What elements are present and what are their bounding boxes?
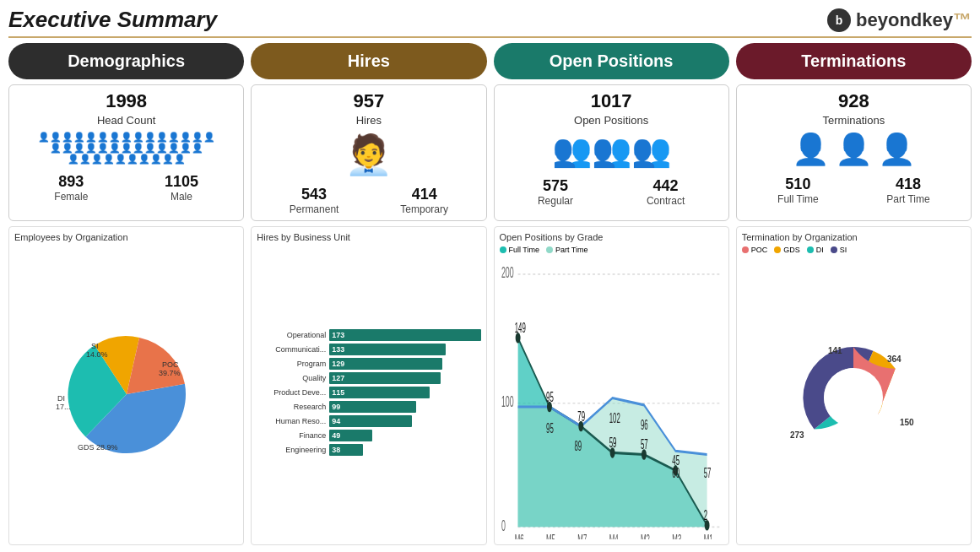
svg-text:M2: M2	[641, 532, 650, 539]
svg-text:102: 102	[609, 409, 620, 425]
chart-hires-bu: Hires by Business Unit Operational173Com…	[251, 226, 486, 545]
bar-fill: 94	[329, 415, 411, 427]
chart-term-org-title: Termination by Organization	[742, 232, 966, 242]
bar-row: Research99	[257, 401, 480, 413]
chart-term-org: Termination by Organization POC GDS DI S…	[736, 226, 972, 545]
legend-di: DI	[807, 246, 824, 254]
svg-text:95: 95	[546, 388, 554, 404]
svg-text:GDS 28.9%: GDS 28.9%	[78, 443, 118, 452]
bar-label: Program	[257, 360, 326, 368]
pill-hires[interactable]: Hires	[251, 43, 486, 79]
svg-text:273: 273	[790, 430, 804, 440]
bar-fill: 127	[329, 372, 441, 384]
bar-label: Human Reso...	[257, 417, 326, 425]
bar-fill: 173	[329, 329, 480, 341]
svg-text:DI: DI	[57, 394, 65, 403]
svg-text:89: 89	[574, 438, 582, 454]
bar-value: 127	[329, 374, 344, 382]
logo-text: beyondkey™	[856, 9, 972, 31]
bar-label: Finance	[257, 431, 326, 440]
demographics-main-num: 1998	[106, 90, 147, 112]
bar-track: 94	[329, 415, 480, 427]
svg-text:57: 57	[703, 464, 711, 480]
bar-label: Product Deve...	[257, 388, 326, 397]
bar-fill: 129	[329, 358, 442, 370]
term-main-label: Terminations	[823, 114, 885, 127]
metric-hires: 957 Hires 🧑‍💼 543 Permanent 414 Temporar…	[251, 84, 486, 221]
legend-poc: POC	[742, 246, 768, 254]
pie-chart-employees: POC 39.7% GDS 28.9% DI 17... SI 14.0%	[14, 246, 238, 539]
term-sub: 510 Full Time 418 Part Time	[744, 176, 964, 205]
logo-icon: b	[827, 8, 851, 32]
metric-open-positions: 1017 Open Positions 👥👥👥 575 Regular 442 …	[494, 84, 729, 221]
svg-text:59: 59	[609, 435, 616, 451]
bar-track: 127	[329, 372, 480, 384]
bar-fill: 133	[329, 344, 446, 355]
bar-value: 99	[329, 403, 340, 411]
bar-track: 129	[329, 358, 480, 370]
chart-hires-bu-title: Hires by Business Unit	[257, 232, 480, 242]
bar-value: 173	[329, 331, 344, 339]
bar-row: Human Reso...94	[257, 415, 480, 427]
bar-value: 94	[329, 417, 340, 425]
svg-text:2: 2	[703, 507, 707, 523]
svg-text:60: 60	[672, 464, 680, 480]
bar-chart-hires: Operational173Communicati...133Program12…	[257, 246, 480, 539]
svg-text:150: 150	[900, 418, 914, 427]
svg-text:M4: M4	[609, 532, 618, 539]
bar-track: 38	[329, 444, 480, 456]
bar-value: 49	[329, 431, 340, 440]
svg-text:364: 364	[887, 354, 901, 364]
svg-text:M1: M1	[703, 532, 712, 539]
page-title: Executive Summary	[8, 7, 217, 33]
bar-track: 49	[329, 430, 480, 441]
line-chart-area: 200 100 0	[500, 257, 723, 539]
bar-track: 115	[329, 387, 480, 398]
bar-value: 38	[329, 446, 340, 454]
bar-row: Product Deve...115	[257, 387, 480, 398]
bar-value: 133	[329, 345, 344, 354]
bar-row: Program129	[257, 358, 480, 370]
pill-terminations[interactable]: Terminations	[736, 43, 972, 79]
demographics-main-label: Head Count	[97, 114, 155, 127]
chart-employees-org: Employees by Organization	[8, 226, 244, 545]
svg-text:149: 149	[514, 320, 525, 336]
bar-fill: 38	[329, 444, 362, 456]
chart-employees-org-title: Employees by Organization	[14, 232, 238, 242]
svg-point-42	[824, 368, 883, 427]
hires-main-label: Hires	[356, 114, 382, 127]
bar-fill: 99	[329, 401, 416, 413]
metric-demographics: 1998 Head Count 👤👤👤👤👤👤👤👤👤👤👤👤👤👤👤👤👤👤👤👤👤👤👤👤…	[8, 84, 244, 221]
svg-text:SI: SI	[91, 342, 99, 350]
legend-gds: GDS	[774, 246, 800, 254]
svg-text:79: 79	[577, 408, 585, 424]
svg-text:M3: M3	[672, 532, 681, 539]
bar-row: Quality127	[257, 372, 480, 384]
svg-text:141: 141	[828, 346, 842, 355]
bar-value: 129	[329, 360, 344, 368]
donut-chart-term: 364 273 150 141	[742, 257, 966, 539]
bar-fill: 49	[329, 430, 372, 441]
openpos-main-num: 1017	[591, 90, 632, 112]
metrics-row: 1998 Head Count 👤👤👤👤👤👤👤👤👤👤👤👤👤👤👤👤👤👤👤👤👤👤👤👤…	[8, 84, 972, 221]
pill-open-positions[interactable]: Open Positions	[494, 43, 729, 79]
legend-parttime: Part Time	[546, 246, 588, 254]
bar-track: 99	[329, 401, 480, 413]
term-legend: POC GDS DI SI	[742, 246, 966, 254]
bar-row: Communicati...133	[257, 344, 480, 355]
svg-text:57: 57	[641, 436, 648, 452]
logo: b beyondkey™	[827, 8, 972, 32]
bar-track: 173	[329, 329, 480, 341]
pill-demographics[interactable]: Demographics	[8, 43, 244, 79]
bar-value: 115	[329, 388, 344, 397]
svg-text:M6: M6	[514, 532, 523, 539]
svg-text:200: 200	[501, 263, 513, 280]
bar-label: Engineering	[257, 446, 326, 454]
open-pos-legend: Full Time Part Time	[500, 246, 723, 254]
metric-terminations: 928 Terminations 👤 👤 👤 510 Full Time 418…	[736, 84, 972, 221]
bar-fill: 115	[329, 387, 430, 398]
svg-text:96: 96	[641, 417, 648, 433]
svg-text:14.0%: 14.0%	[86, 350, 108, 359]
bar-row: Finance49	[257, 430, 480, 441]
svg-text:POC: POC	[162, 360, 179, 369]
